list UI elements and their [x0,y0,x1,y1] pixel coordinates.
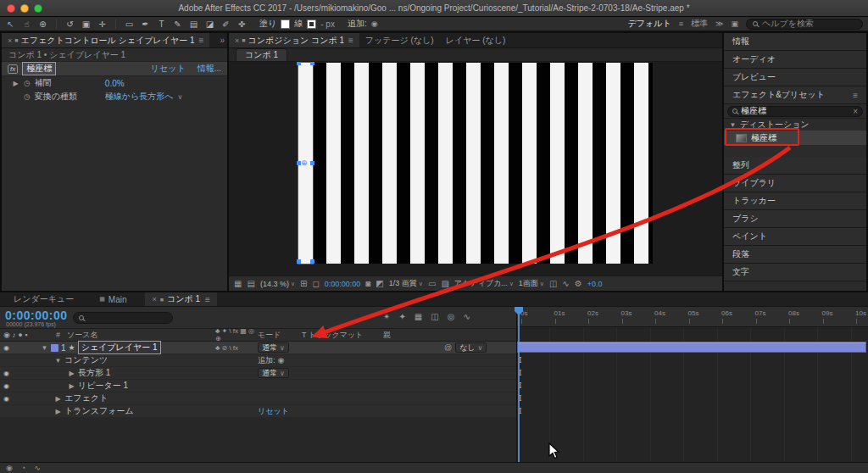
mask-visibility-icon[interactable]: ◻ [312,279,319,288]
add-target-icon[interactable]: ◉ [371,19,378,28]
snapshot-icon[interactable]: ◙ [365,279,370,288]
adjust-exposure-icon[interactable]: ⚙ [575,279,582,288]
trkmat-header[interactable]: T トラックマット [302,330,383,341]
param-value[interactable]: 極線から長方形へ [105,91,174,103]
fill-label[interactable]: 塗り [259,18,276,30]
pixel-aspect-icon[interactable]: ◫ [549,279,557,288]
grid-guides-icon[interactable]: ⊞ [300,279,307,288]
selection-handle[interactable] [310,259,314,264]
tab-main[interactable]: ▦Main [92,292,133,306]
visibility-eye-icon[interactable]: ◉ [3,382,9,390]
param-value[interactable]: 0.0% [105,79,125,88]
show-snapshot-icon[interactable]: ◩ [376,279,383,288]
resolution-menu[interactable]: 1/3 画質∨ [389,278,423,289]
pen-tool[interactable]: ✒ [140,18,151,31]
pan-behind-tool[interactable]: ✛ [97,18,108,31]
stopwatch-icon[interactable]: ◷ [24,79,31,87]
stroke-color-swatch[interactable] [307,19,316,29]
clone-stamp-tool[interactable]: ▤ [188,18,199,31]
motion-blur-icon[interactable]: ◎ [448,312,455,321]
tab-render-queue[interactable]: レンダーキュー [7,292,81,306]
add-label[interactable]: 追加: [348,18,367,30]
source-name-header[interactable]: # ソース名 [37,330,215,341]
row-name[interactable]: リピーター 1 [78,380,128,392]
pick-whip-icon[interactable]: @ [444,343,452,352]
composition-viewport[interactable]: ⊕ [229,62,722,275]
hand-tool[interactable]: ☝ [21,18,32,31]
panel-menu-icon[interactable]: ≡ [348,36,353,45]
twirl-icon[interactable]: ▶ [68,370,75,377]
mode-dropdown[interactable]: 通常∨ [258,342,289,353]
camera-view-menu[interactable]: アクティブカ...∨ [454,278,514,289]
roto-brush-tool[interactable]: ✐ [220,18,231,31]
effects-category-distortion[interactable]: ▼ ディストーション [724,119,866,131]
tab-overflow-icon[interactable]: » [220,36,225,45]
fill-color-swatch[interactable] [281,19,290,29]
status-icon-3[interactable]: ∿ [34,464,41,472]
twirl-icon[interactable]: ▶ [54,408,62,415]
close-icon[interactable]: × [235,36,239,45]
group-transform[interactable]: ▶トランスフォームリセット [0,405,516,418]
clear-search-icon[interactable]: × [853,107,858,116]
puppet-pin-tool[interactable]: ✜ [236,18,248,31]
item-rectangle-1[interactable]: ◉▶長方形 1通常∨ [0,367,516,380]
row-name[interactable]: エフェクト [64,392,108,404]
visibility-eye-icon[interactable]: ◉ [3,344,9,352]
anchor-point-icon[interactable]: ⊕ [301,159,309,167]
panel-menu-icon[interactable]: ≡ [205,295,210,304]
add-menu[interactable]: 追加: [258,355,275,366]
transform-reset-link[interactable]: リセット [258,406,289,417]
effects-item-polar-coordinates[interactable]: 極座標 [724,131,866,145]
selection-handle[interactable] [310,62,314,65]
tab-comp-1[interactable]: ×■コンポ 1≡ [145,292,216,306]
close-window-button[interactable] [7,4,15,13]
text-tool[interactable]: T [156,18,167,31]
preview-time[interactable]: 0:00:00:00 [325,280,361,288]
channels-icon[interactable]: ▦ [234,279,242,288]
close-icon[interactable]: × [152,295,156,303]
parent-dropdown[interactable]: なし∨ [455,342,487,353]
current-time-display[interactable]: 0:00:00:00 [5,309,68,322]
selection-tool[interactable]: ↖ [5,18,16,31]
panel-libraries[interactable]: ライブラリ [724,175,866,192]
comp-panel-tab-0[interactable]: ×■コンポジション コンポ 1≡ [229,33,359,47]
selection-handle[interactable] [310,161,314,165]
row-name[interactable]: コンテンツ [64,354,108,366]
transparency-grid-icon[interactable]: ▨ [441,279,448,288]
status-icon-1[interactable]: ◉ [6,464,13,472]
effect-name[interactable]: 極座標 [22,62,56,75]
eraser-tool[interactable]: ◪ [204,18,215,31]
row-name[interactable]: トランスフォーム [64,405,134,417]
timeline-search-input[interactable] [73,312,173,324]
fast-preview-icon[interactable]: ∿ [562,279,569,288]
frame-blending-icon[interactable]: ◫ [431,312,438,321]
twirl-icon[interactable]: ▼ [41,344,48,352]
layer-shape-layer-1[interactable]: ◉▼1★シェイプレイヤー 1♣ ⊘ \ fx通常∨@なし∨ [0,342,516,354]
comp-panel-tab-1[interactable]: フッテージ (なし) [359,33,440,47]
panel-character[interactable]: 文字 [724,264,866,281]
exposure-value[interactable]: +0.0 [587,280,603,288]
twirl-icon[interactable]: ▶ [12,80,19,87]
mode-header[interactable]: モード [258,330,302,341]
close-icon[interactable]: × [8,36,12,45]
selection-handle[interactable] [297,62,301,65]
stopwatch-icon[interactable]: ◷ [24,92,31,101]
panel-preview[interactable]: プレビュー [724,69,866,86]
layer-color-swatch[interactable] [51,344,58,352]
panel-info[interactable]: 情報 [724,33,866,51]
effect-about-link[interactable]: 情報... [198,63,221,75]
layer-duration-bar[interactable] [517,342,866,353]
track-area[interactable]: IIIII [517,327,868,462]
row-switch-icons[interactable]: ♣ ⊘ \ fx [215,344,258,352]
brush-tool[interactable]: ✎ [172,18,183,31]
panel-paragraph[interactable]: 段落 [724,246,866,264]
visibility-eye-icon[interactable]: ◉ [3,370,9,377]
graph-editor-icon[interactable]: ∿ [463,312,470,321]
row-name[interactable]: シェイプレイヤー 1 [78,341,161,354]
draft-3d-icon[interactable]: ✦ [398,312,405,321]
viewer-tab-comp1[interactable]: コンポ 1 [236,48,287,61]
comp-mini-flowchart-icon[interactable]: ✴ [383,312,390,321]
workspace-menu-icon[interactable]: ≡ [679,19,683,28]
visibility-eye-icon[interactable]: ◉ [3,395,9,403]
time-ruler[interactable]: 0s01s02s03s04s05s06s07s08s09s10s [517,307,868,327]
